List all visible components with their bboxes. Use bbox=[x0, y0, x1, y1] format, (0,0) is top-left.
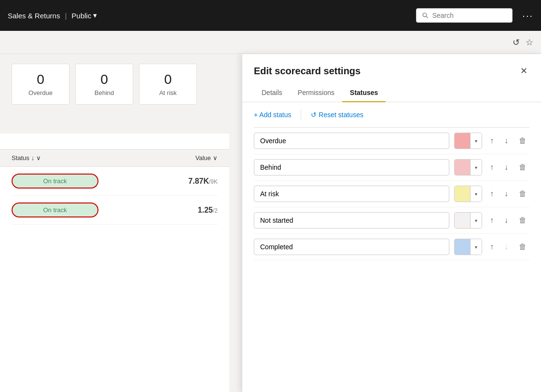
move-down-button[interactable]: ↓ bbox=[501, 241, 511, 253]
action-separator bbox=[301, 110, 301, 120]
color-dropdown-icon[interactable]: ▾ bbox=[470, 133, 482, 149]
color-dropdown-icon[interactable]: ▾ bbox=[470, 213, 482, 228]
move-down-button[interactable]: ↓ bbox=[501, 161, 511, 174]
color-swatch bbox=[455, 239, 470, 255]
delete-status-button[interactable]: 🗑 bbox=[516, 241, 529, 253]
visibility-label: Public bbox=[71, 12, 91, 20]
title-text: Sales & Returns bbox=[8, 12, 60, 20]
add-status-button[interactable]: + Add status bbox=[254, 111, 291, 119]
move-down-button[interactable]: ↓ bbox=[501, 135, 511, 147]
status-list-item: ▾ ↑ ↓ 🗑 bbox=[254, 154, 529, 181]
status-list-item: ▾ ↑ ↓ 🗑 bbox=[254, 207, 529, 234]
topbar: Sales & Returns | Public ▾ ··· bbox=[0, 0, 541, 31]
move-up-button[interactable]: ↑ bbox=[487, 188, 497, 200]
col-status-chevron-icon: ∨ bbox=[36, 154, 41, 162]
color-picker-button[interactable]: ▾ bbox=[454, 133, 482, 149]
value-cell: 7.87K/9K bbox=[188, 177, 218, 186]
color-swatch bbox=[455, 160, 470, 175]
value-main: 1.25 bbox=[198, 206, 213, 214]
tab-statuses[interactable]: Statuses bbox=[342, 84, 386, 102]
col-value-chevron-icon: ∨ bbox=[213, 154, 218, 162]
move-down-button[interactable]: ↓ bbox=[501, 188, 511, 200]
status-name-input[interactable] bbox=[254, 133, 449, 149]
more-options-button[interactable]: ··· bbox=[522, 10, 533, 21]
color-swatch bbox=[455, 186, 470, 202]
data-rows: On track 7.87K/9K On track 1.25/2 bbox=[0, 167, 229, 225]
status-list-item: ▾ ↑ ↓ 🗑 bbox=[254, 234, 529, 260]
left-panel: 0 Overdue 0 Behind 0 At risk Status ↓ ∨ … bbox=[0, 54, 229, 392]
svg-line-1 bbox=[426, 16, 428, 18]
status-name-input[interactable] bbox=[254, 239, 449, 255]
search-input[interactable] bbox=[432, 12, 507, 19]
stat-number: 0 bbox=[87, 72, 121, 87]
delete-status-button[interactable]: 🗑 bbox=[516, 188, 529, 200]
refresh-icon[interactable]: ↺ bbox=[513, 37, 520, 48]
search-box[interactable] bbox=[416, 8, 513, 23]
delete-status-button[interactable]: 🗑 bbox=[516, 214, 529, 227]
col-status-label: Status bbox=[12, 154, 29, 162]
stat-label: Overdue bbox=[24, 89, 57, 96]
color-picker-button[interactable]: ▾ bbox=[454, 159, 482, 176]
stat-label: At risk bbox=[151, 89, 185, 96]
panel-header: Edit scorecard settings ✕ bbox=[242, 54, 541, 78]
color-picker-button[interactable]: ▾ bbox=[454, 212, 482, 229]
stats-row: 0 Overdue 0 Behind 0 At risk bbox=[0, 54, 229, 114]
move-up-button[interactable]: ↑ bbox=[487, 135, 497, 147]
main-area: 0 Overdue 0 Behind 0 At risk Status ↓ ∨ … bbox=[0, 54, 541, 392]
color-swatch bbox=[455, 133, 470, 149]
status-badge: On track bbox=[12, 174, 98, 189]
status-list: ▾ ↑ ↓ 🗑 ▾ ↑ ↓ 🗑 ▾ ↑ ↓ 🗑 bbox=[242, 128, 541, 392]
spacer bbox=[0, 114, 229, 134]
settings-panel: Edit scorecard settings ✕ DetailsPermiss… bbox=[242, 54, 541, 392]
visibility-chevron-icon: ▾ bbox=[93, 11, 97, 20]
move-up-button[interactable]: ↑ bbox=[487, 214, 497, 227]
app-title: Sales & Returns | Public ▾ bbox=[8, 11, 97, 20]
value-sep: /9K bbox=[209, 178, 218, 185]
table-row: On track 1.25/2 bbox=[12, 196, 218, 225]
sort-down-icon: ↓ bbox=[31, 154, 35, 162]
table-header: Status ↓ ∨ Value ∨ bbox=[0, 149, 229, 167]
value-cell: 1.25/2 bbox=[198, 206, 218, 215]
tab-details[interactable]: Details bbox=[254, 84, 290, 102]
col-value-label: Value bbox=[195, 154, 211, 162]
subtitle-toolbar: ↺ ☆ bbox=[0, 31, 541, 54]
panel-tabs: DetailsPermissionsStatuses bbox=[242, 78, 541, 102]
status-badge: On track bbox=[12, 203, 98, 217]
panel-close-button[interactable]: ✕ bbox=[518, 64, 529, 78]
panel-actions: + Add status ↺ Reset statuses bbox=[242, 102, 541, 127]
move-up-button[interactable]: ↑ bbox=[487, 241, 497, 253]
col-value-header[interactable]: Value ∨ bbox=[195, 154, 218, 162]
stat-card-overdue: 0 Overdue bbox=[12, 64, 69, 105]
star-icon[interactable]: ☆ bbox=[526, 37, 533, 48]
stat-number: 0 bbox=[151, 72, 185, 87]
search-icon bbox=[422, 12, 428, 19]
title-separator: | bbox=[65, 12, 67, 20]
reset-statuses-button[interactable]: ↺ Reset statuses bbox=[311, 111, 363, 119]
stat-label: Behind bbox=[87, 89, 121, 96]
status-list-item: ▾ ↑ ↓ 🗑 bbox=[254, 181, 529, 207]
stat-number: 0 bbox=[24, 72, 57, 87]
value-main: 7.87K bbox=[188, 177, 209, 185]
status-name-input[interactable] bbox=[254, 186, 449, 202]
col-status-header[interactable]: Status ↓ ∨ bbox=[12, 154, 41, 162]
svg-point-0 bbox=[423, 13, 427, 17]
color-dropdown-icon[interactable]: ▾ bbox=[470, 160, 482, 175]
move-up-button[interactable]: ↑ bbox=[487, 161, 497, 174]
status-list-item: ▾ ↑ ↓ 🗑 bbox=[254, 128, 529, 154]
color-dropdown-icon[interactable]: ▾ bbox=[470, 239, 482, 255]
stat-card-behind: 0 Behind bbox=[75, 64, 133, 105]
status-name-input[interactable] bbox=[254, 212, 449, 229]
color-dropdown-icon[interactable]: ▾ bbox=[470, 186, 482, 202]
move-down-button[interactable]: ↓ bbox=[501, 214, 511, 227]
visibility-dropdown[interactable]: Public ▾ bbox=[71, 11, 97, 20]
table-row: On track 7.87K/9K bbox=[12, 167, 218, 196]
color-picker-button[interactable]: ▾ bbox=[454, 239, 482, 255]
value-sep: /2 bbox=[213, 207, 218, 214]
delete-status-button[interactable]: 🗑 bbox=[516, 161, 529, 174]
delete-status-button[interactable]: 🗑 bbox=[516, 135, 529, 147]
status-name-input[interactable] bbox=[254, 159, 449, 176]
color-picker-button[interactable]: ▾ bbox=[454, 186, 482, 202]
panel-title: Edit scorecard settings bbox=[254, 66, 361, 77]
color-swatch bbox=[455, 213, 470, 228]
tab-permissions[interactable]: Permissions bbox=[290, 84, 342, 102]
